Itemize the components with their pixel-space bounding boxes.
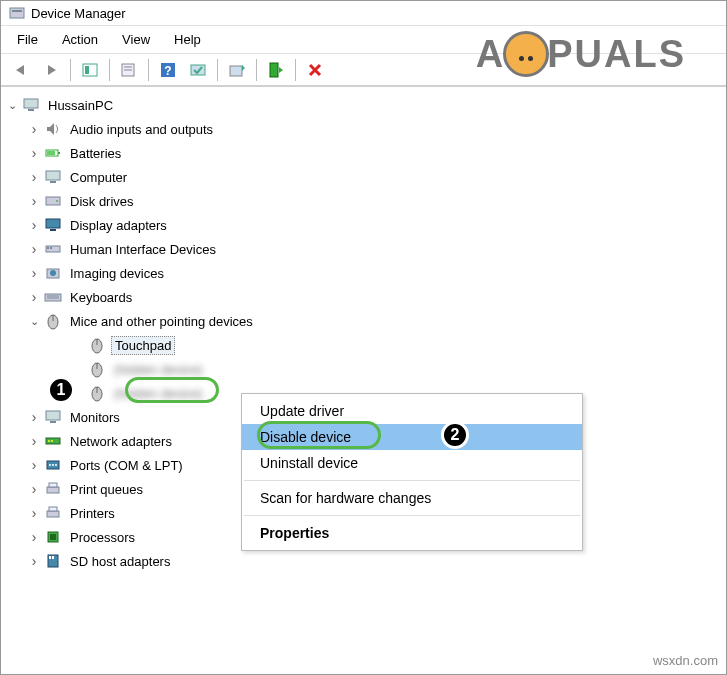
enable-button[interactable] [262,57,290,83]
help-button[interactable]: ? [154,57,182,83]
display-icon [43,215,63,235]
window-title: Device Manager [31,6,126,21]
context-menu: Update driverDisable deviceUninstall dev… [241,393,583,551]
scan-button[interactable] [184,57,212,83]
tree-item-label: Display adapters [67,217,170,234]
update-driver-button[interactable] [223,57,251,83]
svg-rect-12 [24,99,38,108]
menu-file[interactable]: File [7,28,48,51]
tree-item[interactable]: Human Interface Devices [5,237,724,261]
expand-arrow-icon[interactable] [27,505,41,521]
expand-arrow-icon[interactable] [27,265,41,281]
properties-button[interactable] [115,57,143,83]
svg-rect-3 [85,66,89,74]
annotation-badge-1: 1 [47,376,75,404]
show-hide-button[interactable] [76,57,104,83]
tree-item-label: Print queues [67,481,146,498]
sd-icon [43,551,63,571]
context-menu-item[interactable]: Scan for hardware changes [242,485,582,511]
expand-arrow-icon[interactable] [27,409,41,425]
expand-arrow-icon[interactable] [27,121,41,137]
tree-item-label: Batteries [67,145,124,162]
svg-rect-50 [47,511,59,517]
svg-rect-24 [47,247,49,249]
tree-item[interactable]: (hidden device) [5,357,724,381]
back-button[interactable] [7,57,35,83]
monitor-icon [43,407,63,427]
menu-view[interactable]: View [112,28,160,51]
svg-rect-18 [50,181,56,183]
svg-rect-1 [12,10,22,12]
toolbar-separator [109,59,110,81]
tree-item[interactable]: Disk drives [5,189,724,213]
hid-icon [43,239,63,259]
computer-icon [43,167,63,187]
printer-icon [43,503,63,523]
network-icon [43,431,63,451]
expand-arrow-icon[interactable] [27,553,41,569]
forward-button[interactable] [37,57,65,83]
tree-item-label: Audio inputs and outputs [67,121,216,138]
expand-arrow-icon[interactable] [5,99,19,112]
svg-rect-22 [50,229,56,231]
expand-arrow-icon[interactable] [27,169,41,185]
svg-point-43 [51,440,53,442]
annotation-ring-2 [257,421,381,449]
svg-rect-40 [50,421,56,423]
tree-item[interactable]: Computer [5,165,724,189]
expand-arrow-icon[interactable] [27,315,41,328]
svg-rect-17 [46,171,60,180]
svg-rect-49 [49,483,57,487]
tree-item[interactable]: Imaging devices [5,261,724,285]
tree-item-label: Processors [67,529,138,546]
computer-icon [21,95,41,115]
tree-item[interactable]: Touchpad [5,333,724,357]
toolbar-separator [256,59,257,81]
svg-rect-39 [46,411,60,420]
menu-action[interactable]: Action [52,28,108,51]
expand-arrow-icon[interactable] [27,193,41,209]
expand-arrow-icon[interactable] [27,433,41,449]
tree-item[interactable]: SD host adapters [5,549,724,573]
tree-item-label: Computer [67,169,130,186]
svg-point-20 [56,200,58,202]
expand-arrow-icon[interactable] [27,481,41,497]
svg-point-47 [55,464,57,466]
expand-arrow-icon[interactable] [27,529,41,545]
expand-arrow-icon[interactable] [27,289,41,305]
battery-icon [43,143,63,163]
tree-item-mice[interactable]: Mice and other pointing devices [5,309,724,333]
speaker-icon [43,119,63,139]
tree-item[interactable]: Display adapters [5,213,724,237]
port-icon [43,455,63,475]
tree-item-label: Touchpad [111,336,175,355]
tree-root[interactable]: HussainPC [5,93,724,117]
svg-point-46 [52,464,54,466]
expand-arrow-icon[interactable] [27,217,41,233]
uninstall-button[interactable] [301,57,329,83]
tree-item-label: Human Interface Devices [67,241,219,258]
annotation-ring-1 [125,377,219,403]
expand-arrow-icon[interactable] [27,145,41,161]
tree-item[interactable]: Audio inputs and outputs [5,117,724,141]
context-menu-separator [244,480,580,481]
svg-point-27 [50,270,56,276]
toolbar-separator [70,59,71,81]
mouse-icon [87,335,107,355]
watermark-logo: APUALS [476,31,686,77]
context-menu-item[interactable]: Uninstall device [242,450,582,476]
tree-item-label: Monitors [67,409,123,426]
expand-arrow-icon[interactable] [27,457,41,473]
tree-item[interactable]: Keyboards [5,285,724,309]
svg-point-45 [49,464,51,466]
mouse-icon [43,311,63,331]
keyboard-icon [43,287,63,307]
tree-item[interactable]: Batteries [5,141,724,165]
context-menu-item[interactable]: Properties [242,520,582,546]
camera-icon [43,263,63,283]
tree-item-label: Printers [67,505,118,522]
svg-rect-15 [58,152,60,154]
expand-arrow-icon[interactable] [27,241,41,257]
menu-help[interactable]: Help [164,28,211,51]
svg-rect-0 [10,8,24,18]
